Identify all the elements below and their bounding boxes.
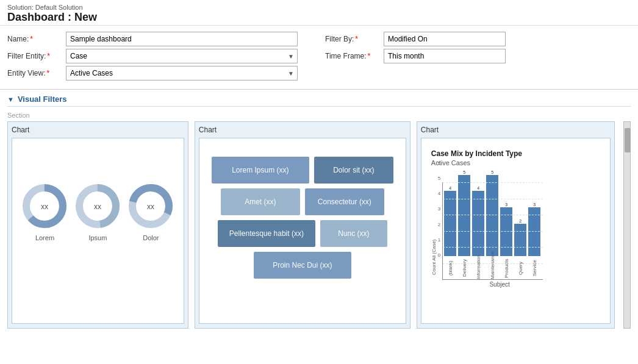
- bar-4: [500, 207, 512, 256]
- chart-card-2: Chart Lorem Ipsum (xx) Dolor sit (xx) Am…: [195, 121, 410, 329]
- chart1-inner: xx Lorem xx Ipsum: [12, 138, 184, 324]
- treemap-area: Lorem Ipsum (xx) Dolor sit (xx) Amet (xx…: [206, 145, 400, 291]
- bar-group-3: 5 Maintenance: [486, 170, 498, 279]
- charts-row: Chart xx Lorem: [7, 121, 631, 329]
- bar-6: [528, 207, 540, 256]
- top-bar: Solution: Default Solution Dashboard : N…: [0, 0, 638, 26]
- section-label: Section: [7, 112, 631, 119]
- visual-filters-section: ▼ Visual Filters Section Chart xx Lorem: [0, 90, 638, 334]
- bar-chart-area: Case Mix by Incident Type Active Cases C…: [428, 145, 604, 288]
- bar-1: [458, 175, 470, 256]
- filter-entity-select[interactable]: Case: [66, 49, 298, 63]
- donut-item-1: xx Ipsum: [73, 182, 122, 241]
- chart3-inner: Case Mix by Incident Type Active Cases C…: [421, 138, 611, 324]
- bar-group-2: 4 Information: [472, 186, 484, 279]
- svg-text:xx: xx: [41, 202, 48, 211]
- chart-card-3: Chart Case Mix by Incident Type Active C…: [417, 121, 615, 329]
- bar-group-5: 2 Query: [514, 219, 526, 279]
- donut-label-1: Ipsum: [88, 234, 107, 241]
- chart-card-1: Chart xx Lorem: [7, 121, 188, 329]
- name-label: Name:*: [7, 35, 62, 43]
- bar-0: [444, 191, 456, 256]
- donut-label-0: Lorem: [35, 234, 54, 241]
- treemap-cell-1: Dolor sit (xx): [314, 157, 393, 184]
- filter-entity-label: Filter Entity:*: [7, 52, 62, 60]
- donut-label-2: Dolor: [143, 234, 159, 241]
- bar-chart-title: Case Mix by Incident Type: [431, 149, 600, 158]
- bar-group-6: 3 Service: [528, 202, 540, 279]
- donut-item-2: xx Dolor: [126, 182, 175, 241]
- y-axis-title: Count All (Case): [431, 227, 437, 288]
- scrollbar[interactable]: [623, 121, 631, 329]
- form-area: Name:* Filter Entity:* Case Entity View:…: [0, 26, 638, 90]
- time-frame-input[interactable]: [384, 49, 506, 63]
- svg-text:xx: xx: [94, 202, 101, 211]
- treemap-cell-0: Lorem Ipsum (xx): [212, 157, 309, 184]
- bar-group-1: 5 Delivery: [458, 170, 470, 279]
- entity-view-select[interactable]: Active Cases: [66, 66, 298, 80]
- bar-group-4: 3 Products: [500, 202, 512, 279]
- filter-by-label: Filter By:*: [325, 35, 380, 43]
- entity-view-select-wrap[interactable]: Active Cases: [66, 66, 298, 80]
- dashboard-title: Dashboard : New: [7, 11, 631, 24]
- scrollbar-thumb: [625, 128, 631, 152]
- treemap-cell-2: Amet (xx): [221, 188, 300, 215]
- bar-group-0: 4 (blank): [444, 186, 456, 279]
- section-title: Visual Filters: [18, 95, 67, 104]
- x-axis-title: Subject: [456, 281, 543, 288]
- bar-5: [514, 224, 526, 256]
- chart1-title: Chart: [12, 126, 184, 134]
- chart2-title: Chart: [199, 126, 406, 134]
- donut-area: xx Lorem xx Ipsum: [18, 145, 177, 279]
- filter-by-input[interactable]: [384, 32, 506, 46]
- time-frame-label: Time Frame:*: [325, 52, 380, 60]
- svg-text:xx: xx: [147, 202, 154, 211]
- bar-2: [472, 191, 484, 256]
- solution-label: Solution: Default Solution: [7, 4, 631, 11]
- bar-3: [486, 175, 498, 256]
- treemap-cell-6: Proin Nec Dui (xx): [254, 252, 351, 279]
- chart2-inner: Lorem Ipsum (xx) Dolor sit (xx) Amet (xx…: [199, 138, 406, 324]
- treemap-cell-5: Nunc (xx): [320, 220, 387, 247]
- collapse-icon[interactable]: ▼: [7, 96, 14, 103]
- treemap-cell-3: Consectetur (xx): [305, 188, 384, 215]
- donut-item-0: xx Lorem: [20, 182, 69, 241]
- name-input[interactable]: [66, 32, 298, 46]
- entity-view-label: Entity View:*: [7, 69, 62, 77]
- filter-entity-select-wrap[interactable]: Case: [66, 49, 298, 63]
- bar-chart-subtitle: Active Cases: [431, 159, 600, 166]
- chart3-title: Chart: [421, 126, 611, 134]
- treemap-cell-4: Pellentesque habit (xx): [218, 220, 315, 247]
- section-header: ▼ Visual Filters: [7, 95, 631, 107]
